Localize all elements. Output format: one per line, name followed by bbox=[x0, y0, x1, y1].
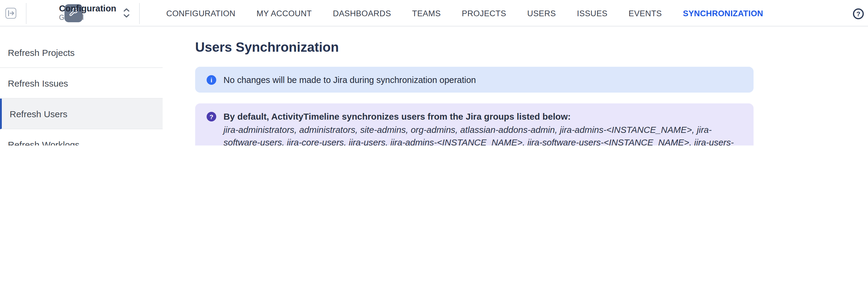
app-switcher-title: Configuration bbox=[59, 4, 116, 14]
header-divider-left bbox=[26, 3, 27, 24]
help-banner-groups: jira-administrators, administrators, sit… bbox=[223, 123, 742, 145]
app-switcher[interactable]: Configuration General bbox=[30, 0, 135, 27]
nav-my-account[interactable]: MY ACCOUNT bbox=[257, 9, 312, 18]
top-navigation: CONFIGURATION MY ACCOUNT DASHBOARDS TEAM… bbox=[166, 0, 763, 27]
top-bar: Configuration General CONFIGURATION MY A… bbox=[0, 0, 868, 27]
sync-sidebar: Refresh Projects Refresh Issues Refresh … bbox=[0, 27, 163, 145]
nav-users[interactable]: USERS bbox=[527, 9, 556, 18]
help-banner-intro: By default, ActivityTimeline synchronize… bbox=[223, 111, 742, 123]
nav-dashboards[interactable]: DASHBOARDS bbox=[333, 9, 391, 18]
help-banner-content: By default, ActivityTimeline synchronize… bbox=[223, 111, 742, 145]
info-icon: i bbox=[207, 75, 216, 84]
sidebar-item-refresh-users[interactable]: Refresh Users bbox=[0, 99, 163, 129]
nav-projects[interactable]: PROJECTS bbox=[462, 9, 506, 18]
nav-issues[interactable]: ISSUES bbox=[577, 9, 608, 18]
collapse-sidebar-icon bbox=[7, 8, 14, 19]
app-switcher-labels: Configuration General bbox=[59, 4, 116, 22]
info-banner-text: No changes will be made to Jira during s… bbox=[223, 75, 476, 84]
nav-teams[interactable]: TEAMS bbox=[412, 9, 441, 18]
nav-synchronization[interactable]: SYNCHRONIZATION bbox=[683, 9, 763, 18]
chevron-expand-icon bbox=[123, 8, 129, 21]
app-switcher-subtitle: General bbox=[59, 14, 116, 22]
nav-configuration[interactable]: CONFIGURATION bbox=[166, 9, 236, 18]
sidebar-item-refresh-projects[interactable]: Refresh Projects bbox=[0, 37, 163, 68]
header-divider-right bbox=[139, 3, 140, 24]
sidebar-collapse-button[interactable] bbox=[5, 8, 16, 19]
page-title: Users Synchronization bbox=[195, 40, 753, 55]
help-icon: ? bbox=[856, 10, 860, 17]
help-button[interactable]: ? bbox=[853, 8, 864, 19]
info-banner: i No changes will be made to Jira during… bbox=[195, 67, 753, 93]
app-window: Configuration General CONFIGURATION MY A… bbox=[0, 0, 868, 145]
sync-sidebar-list: Refresh Projects Refresh Issues Refresh … bbox=[0, 37, 163, 145]
help-banner: ? By default, ActivityTimeline synchroni… bbox=[195, 103, 753, 145]
question-icon: ? bbox=[207, 112, 216, 121]
sidebar-item-refresh-issues[interactable]: Refresh Issues bbox=[0, 68, 163, 99]
sidebar-item-refresh-worklogs[interactable]: Refresh Worklogs bbox=[0, 129, 163, 145]
nav-events[interactable]: EVENTS bbox=[628, 9, 662, 18]
main-content: Users Synchronization i No changes will … bbox=[195, 27, 753, 145]
